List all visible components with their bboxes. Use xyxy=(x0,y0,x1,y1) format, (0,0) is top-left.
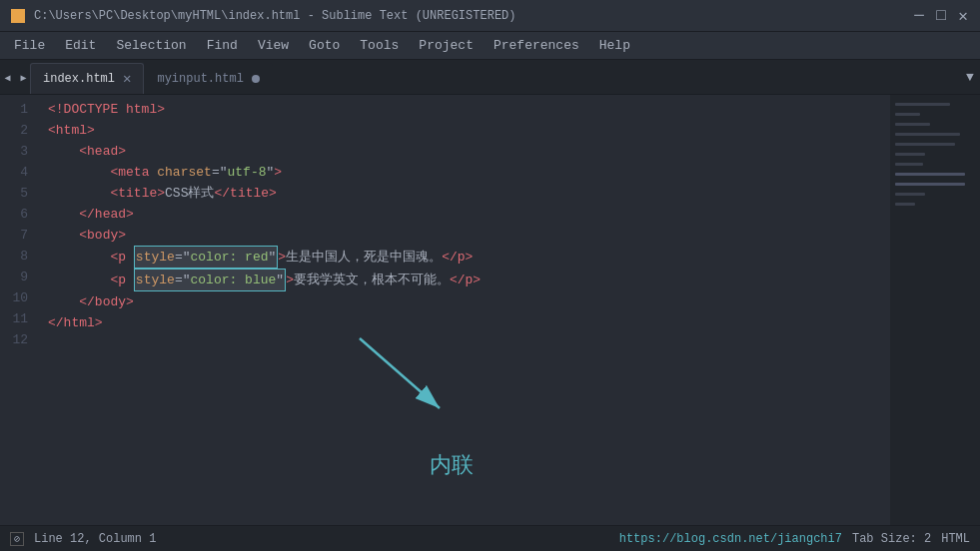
code-line-3: <head> xyxy=(48,141,882,162)
code-content[interactable]: <!DOCTYPE html> <html> <head> <meta char… xyxy=(40,95,890,525)
code-line-2: <html> xyxy=(48,120,882,141)
code-line-8: <p style="color: red">生是中国人，死是中国魂。</p> xyxy=(48,246,882,269)
app-icon xyxy=(10,8,26,24)
status-warning-icon: ⊘ xyxy=(10,532,24,546)
tab-bar: ◀ ▶ index.html ✕ myinput.html ▼ xyxy=(0,60,980,95)
line-num-8: 8 xyxy=(8,246,28,267)
line-num-6: 6 xyxy=(8,204,28,225)
tab-prev-button[interactable]: ◀ xyxy=(0,60,15,95)
svg-rect-16 xyxy=(895,193,925,196)
menu-bar: File Edit Selection Find View Goto Tools… xyxy=(0,32,980,60)
svg-rect-2 xyxy=(11,16,18,23)
minimap xyxy=(890,95,970,525)
code-line-11: </html> xyxy=(48,312,882,333)
line-num-10: 10 xyxy=(8,287,28,308)
tab-myinput-html[interactable]: myinput.html xyxy=(144,63,272,94)
annotation-arrow xyxy=(360,338,480,445)
status-url[interactable]: https://blog.csdn.net/jiangchi7 xyxy=(619,532,842,546)
status-tab-size: Tab Size: 2 xyxy=(852,532,931,546)
status-bar: ⊘ Line 12, Column 1 https://blog.csdn.ne… xyxy=(0,525,980,551)
svg-rect-8 xyxy=(895,113,920,116)
svg-rect-12 xyxy=(895,153,925,156)
svg-rect-10 xyxy=(895,133,960,136)
svg-rect-6 xyxy=(890,95,970,474)
tab-index-html-label: index.html xyxy=(43,72,115,86)
menu-tools[interactable]: Tools xyxy=(350,32,409,59)
line-num-3: 3 xyxy=(8,141,28,162)
status-right: https://blog.csdn.net/jiangchi7 Tab Size… xyxy=(619,532,970,546)
code-line-10: </body> xyxy=(48,291,882,312)
line-num-4: 4 xyxy=(8,162,28,183)
svg-rect-15 xyxy=(895,183,965,186)
menu-view[interactable]: View xyxy=(248,32,299,59)
menu-help[interactable]: Help xyxy=(589,32,640,59)
minimize-button[interactable]: ─ xyxy=(912,9,926,23)
tab-myinput-html-dot xyxy=(252,75,260,83)
tab-next-button[interactable]: ▶ xyxy=(16,60,31,95)
code-line-1: <!DOCTYPE html> xyxy=(48,99,882,120)
svg-rect-14 xyxy=(895,173,965,176)
status-encoding: HTML xyxy=(941,532,970,546)
code-line-12 xyxy=(48,333,882,354)
code-line-4: <meta charset="utf-8"> xyxy=(48,162,882,183)
tab-overflow-button[interactable]: ▼ xyxy=(960,60,980,95)
tab-index-html[interactable]: index.html ✕ xyxy=(30,63,144,94)
menu-preferences[interactable]: Preferences xyxy=(484,32,589,59)
tab-index-html-close[interactable]: ✕ xyxy=(123,72,131,86)
line-num-7: 7 xyxy=(8,225,28,246)
svg-rect-9 xyxy=(895,123,930,126)
menu-find[interactable]: Find xyxy=(197,32,248,59)
window-controls: ─ □ ✕ xyxy=(912,9,970,23)
line-num-12: 12 xyxy=(8,329,28,350)
svg-rect-3 xyxy=(18,16,25,23)
tab-myinput-html-label: myinput.html xyxy=(157,72,243,86)
line-num-11: 11 xyxy=(8,308,28,329)
line-num-1: 1 xyxy=(8,99,28,120)
menu-file[interactable]: File xyxy=(4,32,55,59)
menu-project[interactable]: Project xyxy=(409,32,484,59)
line-num-2: 2 xyxy=(8,120,28,141)
svg-rect-1 xyxy=(18,9,25,16)
close-button[interactable]: ✕ xyxy=(956,9,970,23)
code-line-9: <p style="color: blue">要我学英文，根本不可能。</p> xyxy=(48,269,882,291)
menu-goto[interactable]: Goto xyxy=(299,32,350,59)
svg-rect-17 xyxy=(895,203,915,206)
svg-rect-0 xyxy=(11,9,18,16)
line-num-5: 5 xyxy=(8,183,28,204)
code-line-7: <body> xyxy=(48,225,882,246)
line-num-9: 9 xyxy=(8,267,28,287)
status-left: ⊘ Line 12, Column 1 xyxy=(10,532,609,546)
window-title: C:\Users\PC\Desktop\myHTML\index.html - … xyxy=(34,9,912,23)
code-line-6: </head> xyxy=(48,204,882,225)
code-line-5: <title>CSS样式</title> xyxy=(48,183,882,204)
svg-rect-7 xyxy=(895,103,950,106)
inline-annotation-label: 内联 xyxy=(430,454,474,475)
editor-area: 1 2 3 4 5 6 7 8 9 10 11 12 <!DOCTYPE htm… xyxy=(0,95,980,525)
scrollbar[interactable] xyxy=(970,95,980,525)
minimap-preview xyxy=(890,95,970,474)
svg-rect-11 xyxy=(895,143,955,146)
svg-rect-13 xyxy=(895,163,923,166)
line-numbers: 1 2 3 4 5 6 7 8 9 10 11 12 xyxy=(0,95,40,525)
maximize-button[interactable]: □ xyxy=(934,9,948,23)
status-position: Line 12, Column 1 xyxy=(34,532,156,546)
menu-edit[interactable]: Edit xyxy=(55,32,106,59)
title-bar: C:\Users\PC\Desktop\myHTML\index.html - … xyxy=(0,0,980,32)
menu-selection[interactable]: Selection xyxy=(106,32,196,59)
